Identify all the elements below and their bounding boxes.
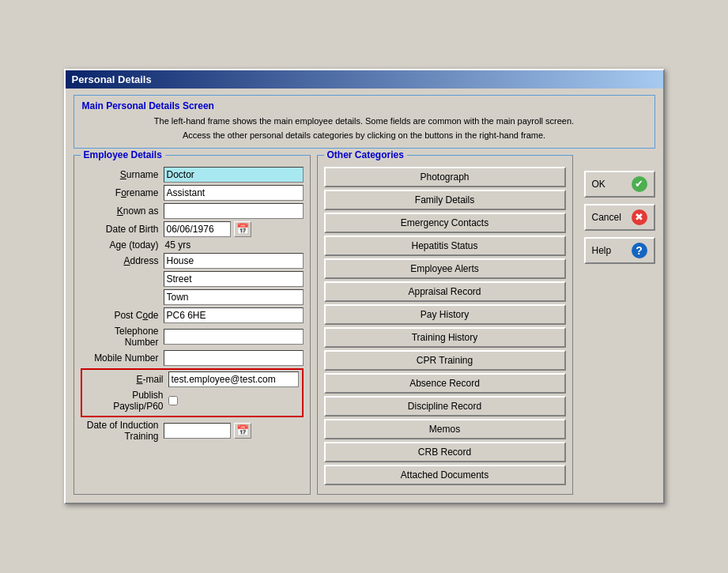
- cancel-label: Cancel: [592, 212, 621, 223]
- dob-calendar-button[interactable]: 📅: [234, 221, 251, 237]
- info-text-2: Access the other personal details catego…: [82, 129, 647, 143]
- telephone-row: Telephone Number: [81, 326, 304, 348]
- address-label: Address: [81, 255, 164, 266]
- age-label: Age (today): [81, 239, 164, 251]
- publish-label: Publish Payslip/P60: [85, 390, 168, 412]
- employee-details-legend: Employee Details: [81, 149, 165, 160]
- appraisal-record-button[interactable]: Appraisal Record: [324, 281, 566, 302]
- surname-row: Surname: [81, 167, 304, 183]
- telephone-input[interactable]: [164, 329, 304, 345]
- known-as-input[interactable]: [164, 203, 304, 219]
- induction-date-row: 📅: [164, 423, 251, 439]
- cancel-icon: ✖: [632, 209, 647, 225]
- dob-date-row: 📅: [164, 221, 251, 237]
- ok-button[interactable]: OK ✔: [584, 171, 655, 198]
- town-row: [81, 289, 304, 305]
- absence-record-button[interactable]: Absence Record: [324, 373, 566, 394]
- postcode-label: Post Code: [81, 310, 164, 321]
- email-section: E-mail Publish Payslip/P60: [81, 368, 304, 417]
- dob-row: Date of Birth 📅: [81, 221, 304, 237]
- training-history-button[interactable]: Training History: [324, 327, 566, 348]
- dob-input[interactable]: [164, 221, 231, 237]
- forename-label: Forename: [81, 187, 164, 198]
- known-as-row: Known as: [81, 203, 304, 219]
- help-icon: ?: [632, 243, 647, 258]
- email-input[interactable]: [168, 371, 299, 387]
- family-details-button[interactable]: Family Details: [324, 190, 566, 210]
- age-row: Age (today) 45 yrs: [81, 239, 304, 251]
- surname-input[interactable]: [164, 167, 304, 183]
- attached-documents-button[interactable]: Attached Documents: [324, 465, 566, 485]
- address-street-input[interactable]: [164, 271, 304, 287]
- telephone-label: Telephone Number: [81, 326, 164, 348]
- surname-label: Surname: [81, 169, 164, 180]
- forename-row: Forename: [81, 185, 304, 201]
- induction-calendar-button[interactable]: 📅: [234, 423, 251, 439]
- mobile-input[interactable]: [164, 350, 304, 366]
- mobile-row: Mobile Number: [81, 350, 304, 366]
- info-box: Main Personal Details Screen The left-ha…: [74, 95, 655, 148]
- employee-alerts-button[interactable]: Employee Alerts: [324, 258, 566, 279]
- cancel-button[interactable]: Cancel ✖: [584, 204, 655, 231]
- emergency-contacts-button[interactable]: Emergency Contacts: [324, 213, 566, 233]
- address-row: Address: [81, 253, 304, 269]
- cpr-training-button[interactable]: CPR Training: [324, 350, 566, 371]
- help-label: Help: [592, 245, 612, 256]
- info-text-1: The left-hand frame shows the main emplo…: [82, 115, 647, 129]
- street-row: [81, 271, 304, 287]
- pay-history-button[interactable]: Pay History: [324, 304, 566, 325]
- email-label: E-mail: [85, 374, 168, 385]
- address-house-input[interactable]: [164, 253, 304, 269]
- forename-input[interactable]: [164, 185, 304, 201]
- postcode-row: Post Code: [81, 307, 304, 323]
- main-window: Personal Details Main Personal Details S…: [64, 69, 665, 503]
- induction-label: Date of Induction Training: [81, 420, 164, 442]
- hepatitis-status-button[interactable]: Hepatitis Status: [324, 236, 566, 256]
- ok-label: OK: [592, 179, 605, 190]
- photograph-button[interactable]: Photograph: [324, 167, 566, 187]
- postcode-input[interactable]: [164, 307, 304, 323]
- info-title: Main Personal Details Screen: [82, 100, 647, 111]
- title-bar: Personal Details: [66, 70, 663, 89]
- help-button[interactable]: Help ?: [584, 237, 655, 264]
- main-area: Employee Details Surname Forename Known …: [74, 155, 655, 495]
- other-categories-group: Other Categories Photograph Family Detai…: [317, 155, 573, 495]
- ok-icon: ✔: [632, 176, 647, 192]
- age-value: 45 yrs: [164, 239, 191, 251]
- other-categories-legend: Other Categories: [324, 149, 407, 160]
- mobile-label: Mobile Number: [81, 352, 164, 364]
- discipline-record-button[interactable]: Discipline Record: [324, 396, 566, 417]
- window-content: Main Personal Details Screen The left-ha…: [66, 89, 663, 502]
- dob-label: Date of Birth: [81, 224, 164, 235]
- publish-row: Publish Payslip/P60: [85, 390, 299, 412]
- crb-record-button[interactable]: CRB Record: [324, 442, 566, 462]
- memos-button[interactable]: Memos: [324, 419, 566, 439]
- induction-input[interactable]: [164, 423, 231, 439]
- email-row: E-mail: [85, 371, 299, 387]
- induction-row: Date of Induction Training 📅: [81, 420, 304, 442]
- action-buttons-panel: OK ✔ Cancel ✖ Help ?: [584, 155, 655, 495]
- publish-checkbox[interactable]: [168, 396, 178, 405]
- employee-details-group: Employee Details Surname Forename Known …: [74, 155, 311, 495]
- window-title: Personal Details: [72, 74, 152, 85]
- address-town-input[interactable]: [164, 289, 304, 305]
- known-as-label: Known as: [81, 205, 164, 217]
